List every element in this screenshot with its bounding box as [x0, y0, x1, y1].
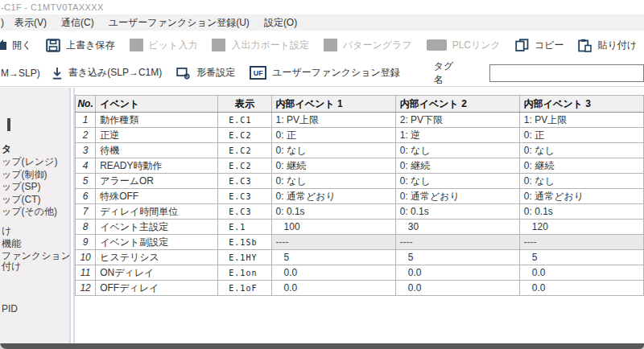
event-name-cell: イベント主設定: [96, 220, 218, 235]
tree-item-setup-sp-fragment[interactable]: ップ(SP): [2, 180, 41, 194]
internal-event-3-value-cell[interactable]: 0: なし: [519, 143, 643, 158]
pattern-graph-icon: [324, 39, 337, 51]
internal-event-3-value-cell[interactable]: 5: [519, 250, 643, 265]
event-name-cell: アラームOR: [96, 174, 218, 189]
menu-item-communication[interactable]: 通信(C): [54, 16, 101, 30]
save-label: 上書き保存: [66, 39, 114, 52]
bottom-window-edge: [0, 343, 644, 349]
header-no: No.: [76, 96, 96, 113]
bit-input-icon: [130, 39, 143, 51]
internal-event-1-value-cell[interactable]: 0: 継続: [271, 158, 395, 174]
internal-event-2-value-cell[interactable]: 0.0: [395, 265, 519, 281]
tree-item-assignment-fragment[interactable]: け: [2, 224, 11, 238]
table-row: 7ディレイ時間単位E.C30: 0.1s0: 0.1s0: 0.1s: [76, 204, 644, 220]
internal-event-2-value-cell[interactable]: 5: [395, 250, 519, 265]
tree-item-setup-other-fragment[interactable]: ップ(その他): [2, 205, 57, 219]
event-settings-table: No. イベント 表示 内部イベント 1 内部イベント 2 内部イベント 3 1…: [75, 95, 644, 296]
internal-event-3-value-cell[interactable]: 1: PV上限: [519, 113, 643, 128]
event-name-cell: ONディレイ: [96, 265, 218, 281]
display-code-cell: E.C2: [218, 158, 271, 174]
internal-event-1-value-cell[interactable]: ----: [271, 235, 395, 250]
internal-event-1-value-cell[interactable]: 0.0: [271, 281, 395, 296]
menu-bar: ) 表示(V) 通信(C) ユーザーファンクション登録(U) 設定(O): [0, 14, 644, 31]
save-button[interactable]: 上書き保存: [46, 39, 114, 52]
display-code-cell: E.1Sb: [218, 235, 271, 250]
table-header-row: No. イベント 表示 内部イベント 1 内部イベント 2 内部イベント 3: [76, 96, 644, 113]
tree-item-attach-fragment[interactable]: 付け: [2, 260, 21, 273]
internal-event-1-value-cell[interactable]: 0: 通常どおり: [271, 189, 395, 204]
row-number: 11: [76, 265, 96, 281]
internal-event-2-value-cell[interactable]: 1: 逆: [395, 128, 519, 143]
menu-item-view[interactable]: 表示(V): [7, 16, 54, 30]
internal-event-2-value-cell[interactable]: 2: PV下限: [395, 113, 519, 128]
internal-event-3-value-cell[interactable]: 0.0: [519, 281, 643, 296]
internal-event-2-value-cell[interactable]: 0: 0.1s: [395, 204, 519, 220]
save-floppy-icon: [46, 39, 60, 52]
display-code-cell: E.1HY: [218, 250, 271, 265]
event-name-cell: OFFディレイ: [96, 281, 218, 296]
model-setting-icon: [176, 67, 191, 80]
header-internal-event-2: 内部イベント 2: [395, 96, 519, 113]
internal-event-1-value-cell[interactable]: 100: [271, 220, 395, 235]
internal-event-3-value-cell[interactable]: 0: 通常どおり: [519, 189, 643, 204]
open-button[interactable]: 開く: [0, 39, 31, 52]
menu-item-settings[interactable]: 設定(O): [257, 16, 304, 30]
copy-button[interactable]: コピー: [515, 39, 564, 52]
tag-name-input[interactable]: [489, 64, 644, 82]
internal-event-2-value-cell[interactable]: 0: 継続: [395, 158, 519, 174]
app-window: -C1F - C1MTV0TAXXXX ) 表示(V) 通信(C) ユーザーファ…: [0, 0, 644, 349]
tree-item-parameter-fragment[interactable]: タ: [2, 142, 11, 156]
display-code-cell: E.C3: [218, 204, 271, 220]
internal-event-3-value-cell[interactable]: 0: 正: [519, 128, 643, 143]
row-number: 12: [76, 281, 96, 296]
paste-button[interactable]: 貼り付け: [578, 39, 637, 52]
toolbar-secondary: M→SLP) 書き込み(SLP→C1M) 形番設定 UF ユーザ: [0, 60, 644, 87]
pattern-graph-button: パターングラフ: [324, 39, 412, 52]
sidebar-splitter[interactable]: [69, 88, 75, 343]
display-code-cell: E.C2: [218, 143, 271, 158]
write-label: 書き込み(SLP→C1M): [68, 66, 163, 80]
row-number: 9: [76, 235, 96, 250]
model-setting-label: 形番設定: [196, 66, 235, 80]
event-name-cell: 正逆: [96, 128, 218, 143]
tree-item-pid-fragment[interactable]: PID: [2, 303, 18, 314]
internal-event-2-value-cell[interactable]: 0: なし: [395, 174, 519, 189]
tree-node-fragment-bar: [7, 118, 10, 131]
internal-event-3-value-cell[interactable]: 0.0: [519, 265, 643, 281]
user-function-registration-button[interactable]: UF ユーザーファンクション登録: [250, 66, 400, 80]
row-number: 3: [76, 143, 96, 158]
user-function-label: ユーザーファンクション登録: [272, 66, 400, 80]
internal-event-1-value-cell[interactable]: 0: 正: [271, 128, 395, 143]
read-button-fragment[interactable]: M→SLP): [1, 68, 40, 79]
model-setting-button[interactable]: 形番設定: [176, 66, 235, 80]
internal-event-2-value-cell[interactable]: ----: [395, 235, 519, 250]
event-name-cell: 動作種類: [96, 113, 218, 128]
internal-event-2-value-cell[interactable]: 0: 通常どおり: [395, 189, 519, 204]
plc-link-label: PLCリンク: [452, 39, 501, 52]
internal-event-3-value-cell[interactable]: 120: [519, 220, 643, 235]
table-row: 8イベント主設定E.110030120: [76, 220, 644, 235]
internal-event-3-value-cell[interactable]: 0: なし: [519, 174, 643, 189]
internal-event-3-value-cell[interactable]: 0: 継続: [519, 158, 643, 174]
internal-event-3-value-cell[interactable]: ----: [519, 235, 643, 250]
table-row: 11ONディレイE.1on0.00.00.0: [76, 265, 644, 281]
internal-event-1-value-cell[interactable]: 0: 0.1s: [271, 204, 395, 220]
row-number: 5: [76, 174, 96, 189]
menu-item-cutoff[interactable]: ): [0, 17, 7, 28]
internal-event-1-value-cell[interactable]: 0.0: [271, 265, 395, 281]
internal-event-1-value-cell[interactable]: 5: [271, 250, 395, 265]
write-button[interactable]: 書き込み(SLP→C1M): [52, 66, 163, 80]
internal-event-1-value-cell[interactable]: 0: なし: [271, 143, 395, 158]
internal-event-2-value-cell[interactable]: 30: [395, 220, 519, 235]
internal-event-2-value-cell[interactable]: 0: なし: [395, 143, 519, 158]
row-number: 2: [76, 128, 96, 143]
internal-event-1-value-cell[interactable]: 0: なし: [271, 174, 395, 189]
internal-event-1-value-cell[interactable]: 1: PV上限: [271, 113, 395, 128]
copy-label: コピー: [535, 39, 564, 52]
row-number: 10: [76, 250, 96, 265]
internal-event-2-value-cell[interactable]: 0.0: [395, 281, 519, 296]
tag-name-label: タグ名: [434, 60, 460, 87]
internal-event-3-value-cell[interactable]: 0: 0.1s: [519, 204, 643, 220]
menu-item-user-function-registration[interactable]: ユーザーファンクション登録(U): [101, 16, 257, 30]
tree-item-setup-range-fragment[interactable]: ップ(レンジ): [2, 155, 57, 169]
